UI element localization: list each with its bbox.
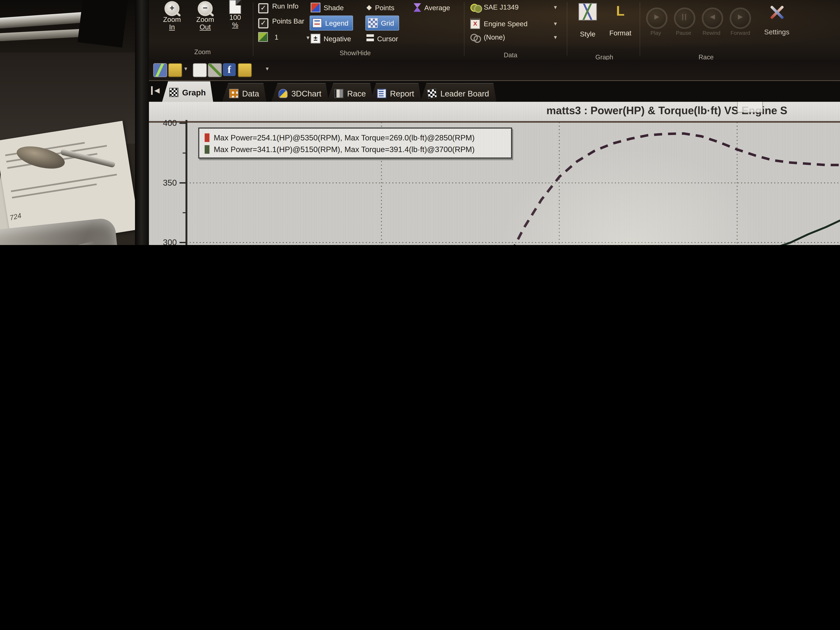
tab-leader-board[interactable]: Leader Board (420, 83, 496, 103)
data-group-label: Data (486, 52, 535, 59)
forward-button[interactable]: ▶ (729, 8, 751, 29)
laptop-screen: + ZoomIn − ZoomOut 100% Zoom ✓Run Info ✓… (149, 0, 840, 245)
style-button[interactable]: Style (573, 3, 602, 38)
zoom-100-button[interactable]: 100% (222, 0, 249, 29)
zoom-out-icon: − (198, 1, 213, 16)
open-folder-icon[interactable] (168, 63, 182, 77)
dropdown-arrow-icon[interactable]: ▾ (265, 65, 268, 78)
points-icon: ◆ (366, 3, 372, 12)
chart-tool-icon[interactable] (208, 63, 222, 77)
show-hide-group-label: Show/Hide (325, 49, 385, 57)
run-select-icon (258, 32, 268, 42)
cursor-icon (366, 35, 374, 43)
tab-graph[interactable]: Graph (162, 81, 213, 103)
race-tab-icon (335, 89, 344, 98)
leader-board-tab-icon (427, 88, 437, 98)
tab-3dchart[interactable]: 3DChart (271, 83, 329, 103)
average-toggle[interactable]: Average (414, 1, 450, 14)
workbench-background: 724 (0, 0, 135, 245)
legend-toggle-active[interactable]: Legend (309, 16, 353, 31)
y-tick-label-300: 300 (163, 238, 177, 245)
none-channel-icon (471, 33, 480, 41)
tab-race[interactable]: Race (327, 83, 374, 103)
new-graph-icon[interactable] (153, 63, 167, 77)
sae-correction-icon (471, 3, 480, 11)
rewind-label: Rewind (698, 30, 725, 36)
pause-label: Pause (672, 30, 695, 36)
y-tick-label-400: 400 (163, 118, 177, 128)
data-tab-icon (229, 89, 238, 98)
play-label: Play (646, 30, 665, 36)
page-icon (229, 0, 241, 14)
dyno-plot: 050100150200250300350400123Power(HP)Engi… (149, 102, 840, 245)
facebook-share-icon[interactable]: f (223, 63, 236, 76)
pause-button[interactable]: || (674, 8, 695, 29)
engine-speed-icon: X (471, 18, 480, 29)
report-tab-icon (377, 89, 386, 98)
settings-icon (769, 5, 785, 21)
legend-icon (312, 18, 322, 28)
graph-view: matts3 : Power(HP) & Torque(lb·ft) VS En… (149, 102, 840, 245)
run1-color-swatch (205, 133, 209, 142)
zoom-out-button[interactable]: − ZoomOut (189, 1, 221, 31)
negative-icon: ± (311, 34, 320, 43)
weather-correction-dropdown[interactable]: SAE J1349 ▾ (471, 3, 559, 11)
style-icon (578, 3, 597, 20)
chevron-down-icon: ▾ (306, 35, 309, 41)
legend-run1: Max Power=254.1(HP)@5350(RPM), Max Torqu… (205, 132, 511, 144)
rewind-icon: ◀ (710, 13, 715, 21)
format-button[interactable]: L Format (605, 3, 635, 37)
run2-color-swatch (205, 145, 209, 154)
quick-access-toolbar: ▾ f ▾ (149, 60, 840, 81)
settings-button[interactable]: Settings (761, 5, 793, 36)
points-toggle[interactable]: ◆Points (366, 1, 395, 14)
grid-toggle-active[interactable]: Grid (365, 16, 399, 31)
cursor-toggle[interactable]: Cursor (366, 32, 398, 45)
graph-tab-icon (169, 87, 178, 97)
zoom-in-icon: + (164, 1, 179, 16)
3dchart-tab-icon (278, 89, 288, 98)
tab-data[interactable]: Data (222, 83, 267, 103)
x-channel-dropdown[interactable]: XEngine Speed ▾ (471, 18, 559, 29)
average-icon (414, 3, 421, 12)
points-bar-checkbox[interactable]: ✓Points Bar (258, 17, 304, 28)
chevron-down-icon: ▾ (554, 20, 557, 27)
max-power-torque-legend: Max Power=254.1(HP)@5350(RPM), Max Torqu… (198, 128, 512, 158)
legend-run2: Max Power=341.1(HP)@5150(RPM), Max Torqu… (205, 144, 511, 155)
forward-label: Forward (725, 30, 755, 36)
chevron-down-icon: ▾ (554, 34, 557, 41)
laptop-bezel (135, 0, 149, 245)
play-icon: ▶ (654, 13, 659, 21)
forward-icon: ▶ (738, 13, 743, 21)
play-button[interactable]: ▶ (646, 8, 668, 29)
shade-toggle[interactable]: Shade (311, 1, 344, 14)
ribbon-toolbar: + ZoomIn − ZoomOut 100% Zoom ✓Run Info ✓… (149, 0, 840, 60)
clamp-block (77, 0, 128, 47)
negative-toggle[interactable]: ±Negative (311, 32, 351, 45)
tab-report[interactable]: Report (369, 83, 422, 103)
open-folder-icon[interactable] (238, 63, 252, 77)
shade-icon (311, 3, 320, 12)
view-tab-bar: ◀ Graph Data 3DChart Race Report (149, 81, 840, 102)
handwritten-note: 724 (9, 212, 22, 222)
new-file-icon[interactable] (193, 63, 207, 77)
secondary-channel-dropdown[interactable]: (None) ▾ (471, 33, 559, 41)
chevron-down-icon: ▾ (554, 4, 557, 11)
grid-icon (368, 18, 378, 28)
checkbox-checked-icon: ✓ (258, 3, 268, 13)
zoom-in-button[interactable]: + ZoomIn (156, 1, 188, 31)
photo-of-dyno-laptop: 724 + ZoomIn − ZoomOut (0, 0, 840, 245)
rewind-button[interactable]: ◀ (702, 8, 723, 29)
y-tick-label-350: 350 (163, 178, 177, 187)
format-icon: L (612, 3, 628, 19)
x-axis-cursor-handle-top[interactable] (737, 102, 763, 112)
checkbox-checked-icon: ✓ (258, 18, 268, 28)
run-2-power-hp--curve (390, 219, 840, 245)
run-number-spinner[interactable]: 1 ▾ (258, 32, 317, 42)
dropdown-arrow-icon[interactable]: ▾ (185, 65, 187, 78)
tab-scroll-left-button[interactable]: ◀ (151, 86, 159, 95)
run-info-checkbox[interactable]: ✓Run Info (258, 2, 298, 13)
zoom-group-label: Zoom (181, 48, 224, 55)
